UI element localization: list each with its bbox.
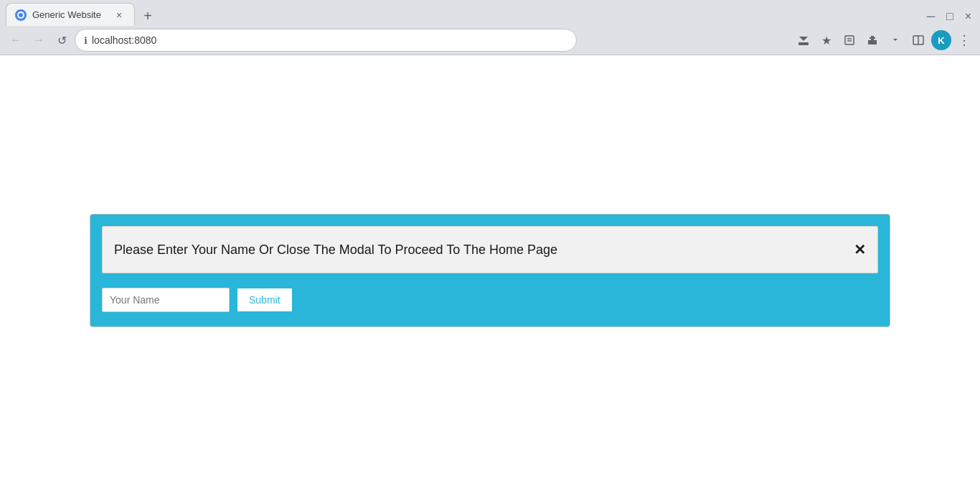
browser-tab[interactable]: Generic Website × xyxy=(6,3,135,26)
svg-rect-3 xyxy=(845,36,854,44)
bookmark-icon[interactable]: ★ xyxy=(816,30,837,50)
reading-list-icon[interactable] xyxy=(839,30,859,50)
menu-button[interactable]: ⋮ xyxy=(954,30,974,50)
modal-title: Please Enter Your Name Or Close The Moda… xyxy=(114,242,557,258)
svg-rect-2 xyxy=(798,42,809,45)
tab-favicon xyxy=(15,9,27,21)
close-window-button[interactable]: × xyxy=(962,7,974,26)
modal-header: Please Enter Your Name Or Close The Moda… xyxy=(102,226,878,273)
submit-button[interactable]: Submit xyxy=(237,288,293,312)
svg-point-1 xyxy=(19,13,23,17)
back-button[interactable]: ← xyxy=(6,30,26,50)
tab-close-button[interactable]: × xyxy=(113,9,126,22)
minimize-button[interactable]: ─ xyxy=(924,7,938,26)
download-icon[interactable] xyxy=(885,30,905,50)
tab-bar: Generic Website × + ─ □ × xyxy=(0,0,980,26)
address-bar: ← → ↺ ℹ localhost:8080 ★ xyxy=(0,26,980,55)
name-input[interactable] xyxy=(102,288,230,312)
url-text: localhost:8080 xyxy=(92,34,156,46)
forward-button[interactable]: → xyxy=(29,30,49,50)
page-content: Please Enter Your Name Or Close The Moda… xyxy=(0,55,980,485)
share-icon[interactable] xyxy=(793,30,814,50)
extensions-icon[interactable] xyxy=(862,30,882,50)
maximize-button[interactable]: □ xyxy=(943,7,956,26)
modal-body: Submit xyxy=(102,285,878,315)
lock-icon: ℹ xyxy=(84,35,88,46)
split-screen-icon[interactable] xyxy=(908,30,928,50)
url-bar[interactable]: ℹ localhost:8080 xyxy=(75,29,577,52)
tab-title: Generic Website xyxy=(32,9,107,20)
modal-container: Please Enter Your Name Or Close The Moda… xyxy=(90,214,890,327)
reload-button[interactable]: ↺ xyxy=(52,30,72,50)
modal-close-button[interactable]: ✕ xyxy=(854,241,866,258)
profile-icon[interactable]: K xyxy=(931,30,951,50)
new-tab-button[interactable]: + xyxy=(138,6,158,26)
window-controls: ─ □ × xyxy=(924,7,974,26)
browser-chrome: Generic Website × + ─ □ × ← → ↺ ℹ localh… xyxy=(0,0,980,55)
toolbar-icons: ★ xyxy=(793,30,974,50)
